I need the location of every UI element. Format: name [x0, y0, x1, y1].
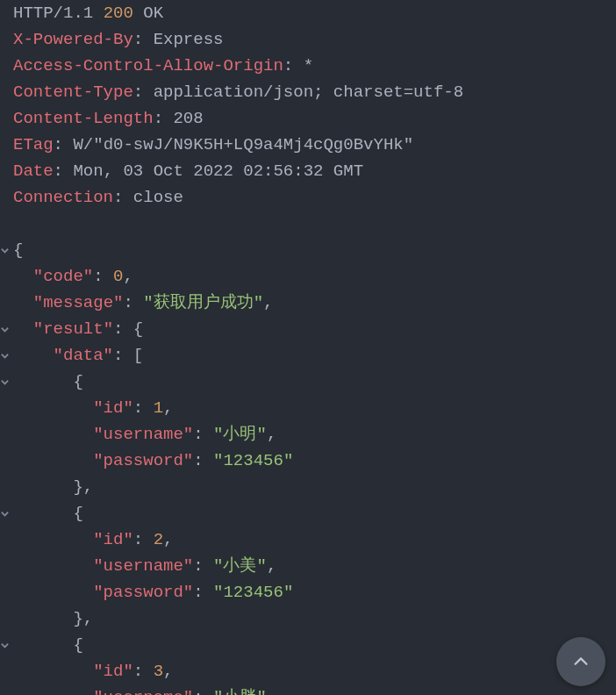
json-array-item-open: {	[0, 369, 616, 395]
json-prop-username: "username": "小明",	[0, 421, 616, 448]
json-open-brace: {	[0, 237, 616, 263]
json-prop-code: "code": 0,	[0, 263, 616, 290]
collapse-toggle[interactable]	[0, 633, 13, 659]
json-prop-id: "id": 2,	[0, 527, 616, 553]
collapse-toggle[interactable]	[0, 317, 13, 343]
http-status-line: HTTP/1.1 200 OK	[0, 0, 616, 26]
header-name: Content-Type	[13, 82, 133, 102]
json-array-item-open: {	[0, 632, 616, 658]
header-name: Access-Control-Allow-Origin	[13, 56, 283, 75]
header-row: Access-Control-Allow-Origin: *	[0, 53, 616, 79]
scroll-to-top-button[interactable]	[556, 637, 605, 686]
header-value: Mon, 03 Oct 2022 02:56:32 GMT	[73, 161, 363, 181]
json-value: 2	[154, 530, 163, 549]
header-row: ETag: W/"d0-swJ/N9K5H+LQ9a4Mj4cQg0BvYHk"	[0, 132, 616, 158]
json-value: 小胖	[223, 688, 256, 695]
header-name: Date	[13, 161, 54, 181]
http-protocol: HTTP/1.1	[13, 4, 93, 23]
json-prop-id: "id": 3,	[0, 658, 616, 684]
collapse-toggle[interactable]	[0, 238, 13, 264]
chevron-up-icon	[571, 652, 591, 671]
json-value: 1	[154, 398, 163, 418]
header-name: Content-Length	[13, 109, 154, 128]
header-row: Content-Type: application/json; charset=…	[0, 79, 616, 105]
header-value: *	[304, 56, 313, 75]
collapse-toggle[interactable]	[0, 369, 13, 396]
json-array-item-close: },	[0, 605, 616, 632]
json-array-item-open: {	[0, 500, 616, 527]
header-name: Connection	[13, 188, 113, 207]
json-value: 小明	[223, 425, 256, 444]
json-value: 123456	[223, 583, 283, 602]
json-value: 小美	[223, 556, 256, 576]
collapse-toggle[interactable]	[0, 501, 13, 527]
header-value: 208	[173, 109, 203, 128]
header-value: application/json; charset=utf-8	[154, 82, 463, 102]
header-row: Content-Length: 208	[0, 105, 616, 132]
json-prop-data: "data": [	[0, 342, 616, 369]
json-prop-message: "message": "获取用户成功",	[0, 290, 616, 316]
json-value: 获取用户成功	[154, 293, 254, 312]
json-prop-username: "username": "小胖"	[0, 684, 616, 695]
header-row: Date: Mon, 03 Oct 2022 02:56:32 GMT	[0, 158, 616, 184]
json-value: 123456	[223, 451, 283, 470]
json-prop-id: "id": 1,	[0, 395, 616, 421]
http-response-viewer: HTTP/1.1 200 OK X-Powered-By: Express Ac…	[0, 0, 616, 695]
header-row: X-Powered-By: Express	[0, 26, 616, 53]
header-value: Express	[154, 30, 224, 49]
http-status-code: 200	[104, 4, 133, 23]
http-reason: OK	[143, 4, 163, 23]
blank-line	[0, 211, 616, 237]
json-prop-username: "username": "小美",	[0, 553, 616, 579]
json-array-item-close: },	[0, 474, 616, 500]
json-prop-password: "password": "123456"	[0, 579, 616, 605]
json-value: 0	[113, 267, 123, 286]
json-prop-password: "password": "123456"	[0, 448, 616, 474]
json-prop-result: "result": {	[0, 316, 616, 342]
header-value: close	[133, 188, 183, 207]
header-name: ETag	[13, 135, 54, 154]
collapse-toggle[interactable]	[0, 343, 13, 369]
header-row: Connection: close	[0, 184, 616, 211]
header-name: X-Powered-By	[13, 30, 133, 49]
json-value: 3	[154, 662, 163, 681]
header-value: W/"d0-swJ/N9K5H+LQ9a4Mj4cQg0BvYHk"	[73, 135, 413, 154]
